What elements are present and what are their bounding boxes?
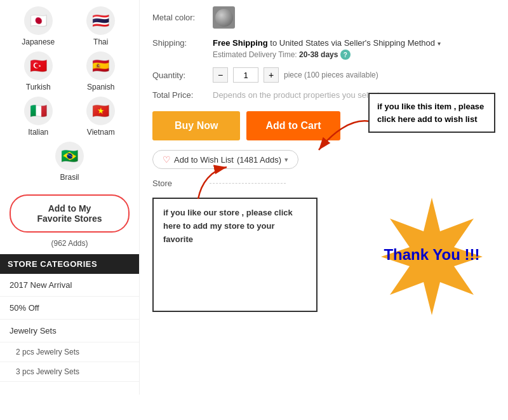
wish-list-adds: (1481 Adds) [237, 155, 281, 165]
thank-you-starburst: Thank You !!! [368, 198, 495, 312]
shipping-est-label: Estimated Delivery Time: [213, 50, 297, 59]
flag-label-italian: Italian [28, 128, 48, 137]
heart-icon: ♡ [163, 154, 171, 165]
flag-spanish: 🇪🇸 [86, 51, 115, 80]
flag-label-vietnam: Vietnam [87, 128, 115, 137]
flag-label-japanese: Japanese [22, 37, 55, 46]
shipping-free-text: Free Shipping to United States via Selle… [213, 38, 495, 48]
store-annotation-box: if you like our store , please click her… [152, 198, 318, 312]
category-2017-new-arrival[interactable]: 2017 New Arrival [0, 274, 139, 297]
add-store-line1: Add to My [17, 203, 122, 213]
quantity-row: Quantity: − 1 + piece (100 pieces availa… [152, 67, 495, 83]
wish-annotation-arrow [312, 115, 376, 159]
main-content: Metal color: Shipping: Free Shipping to … [140, 0, 508, 395]
buy-now-button[interactable]: Buy Now [152, 111, 240, 140]
flag-item-vietnam[interactable]: 🇻🇳 Vietnam [72, 97, 130, 137]
metal-color-row: Metal color: [152, 6, 495, 29]
metal-color-label: Metal color: [152, 13, 203, 22]
flag-item-turkish[interactable]: 🇹🇷 Turkish [10, 51, 67, 91]
subcategory-2pcs-jewelry[interactable]: 2 pcs Jewelry Sets [0, 342, 139, 362]
flag-label-spanish: Spanish [87, 83, 114, 91]
metal-color-icon[interactable] [213, 6, 235, 29]
quantity-label: Quantity: [152, 71, 203, 80]
flag-label-brasil: Brasil [60, 173, 79, 182]
thank-you-text: Thank You !!! [384, 245, 479, 264]
wish-list-dropdown-arrow[interactable]: ▾ [284, 156, 288, 164]
flag-item-japanese[interactable]: 🇯🇵 Japanese [10, 6, 67, 46]
shipping-est-value: 20-38 days [299, 50, 338, 59]
flag-item-thai[interactable]: 🇹🇭 Thai [72, 6, 130, 46]
shipping-info: Free Shipping to United States via Selle… [213, 38, 495, 60]
bottom-section: if you like our store , please click her… [152, 198, 495, 312]
quantity-controls: − 1 + piece (100 pieces available) [213, 67, 378, 83]
add-store-adds-count: (962 Adds) [0, 239, 139, 248]
quantity-value: 1 [233, 67, 258, 83]
wish-annotation-text: if you like this item , please click her… [377, 102, 484, 124]
shipping-row: Shipping: Free Shipping to United States… [152, 38, 495, 60]
shipping-help-icon[interactable]: ? [340, 50, 351, 60]
store-annotation-arrow [185, 161, 236, 202]
flag-label-thai: Thai [93, 37, 108, 46]
flag-brasil: 🇧🇷 [55, 142, 84, 170]
store-annotation-text: if you like our store , please click her… [163, 208, 293, 244]
add-store-container: Add to My Favorite Stores (962 Adds) [0, 194, 139, 248]
flag-item-italian[interactable]: 🇮🇹 Italian [10, 97, 67, 137]
flag-turkish: 🇹🇷 [24, 51, 53, 80]
wish-annotation-box: if you like this item , please click her… [368, 93, 495, 133]
category-50-off[interactable]: 50% Off [0, 297, 139, 320]
total-price-label: Total Price: [152, 90, 203, 100]
shipping-free-strong: Free Shipping [213, 38, 268, 48]
quantity-decrease-button[interactable]: − [213, 67, 228, 83]
quantity-increase-button[interactable]: + [264, 67, 279, 83]
total-price-note: Depends on the product properties you se… [213, 90, 379, 100]
flag-japanese: 🇯🇵 [24, 6, 53, 35]
category-jewelry-sets[interactable]: Jewelry Sets [0, 320, 139, 342]
flag-item-brasil[interactable]: 🇧🇷 Brasil [55, 142, 84, 182]
subcategory-3pcs-jewelry[interactable]: 3 pcs Jewelry Sets [0, 362, 139, 382]
flag-item-spanish[interactable]: 🇪🇸 Spanish [72, 51, 130, 91]
sidebar: 🇯🇵 Japanese 🇹🇭 Thai 🇹🇷 Turkish 🇪🇸 Spanis… [0, 0, 140, 395]
store-categories-header: STORE CATEGORIES [0, 254, 139, 274]
quantity-note: piece (100 pieces available) [284, 71, 378, 79]
shipping-label: Shipping: [152, 38, 203, 48]
add-store-line2: Favorite Stores [17, 213, 122, 224]
metal-color-swatch [215, 9, 233, 27]
add-to-favorite-stores-button[interactable]: Add to My Favorite Stores [10, 194, 130, 233]
shipping-dropdown-arrow[interactable]: ▾ [438, 40, 441, 47]
shipping-est: Estimated Delivery Time: 20-38 days ? [213, 50, 495, 60]
language-grid: 🇯🇵 Japanese 🇹🇭 Thai 🇹🇷 Turkish 🇪🇸 Spanis… [0, 0, 139, 188]
flag-label-turkish: Turkish [26, 83, 51, 91]
flag-vietnam: 🇻🇳 [86, 97, 115, 125]
shipping-to-text: to United States via Seller's Shipping M… [270, 38, 435, 48]
flag-thai: 🇹🇭 [86, 6, 115, 35]
flag-italian: 🇮🇹 [24, 97, 53, 125]
